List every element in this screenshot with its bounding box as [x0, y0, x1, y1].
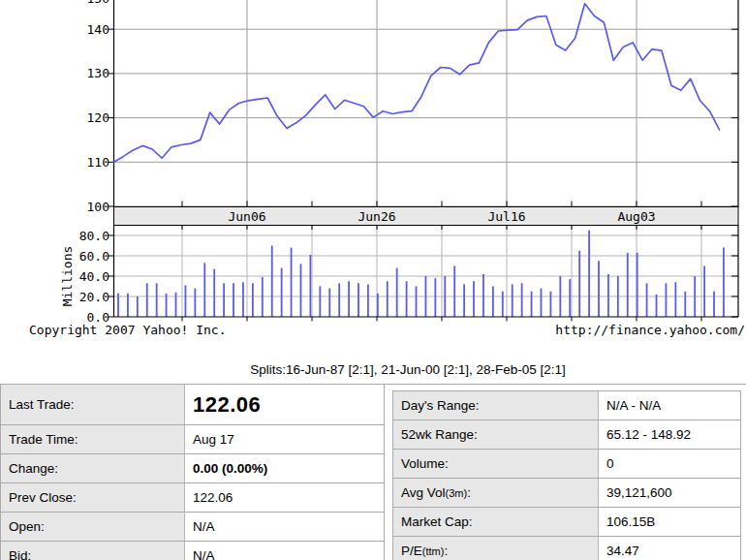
quote-row: P/E (ttm):34.47	[393, 537, 740, 560]
splits-note: Splits:16-Jun-87 [2:1], 21-Jun-00 [2:1],…	[35, 362, 746, 377]
quote-value: 34.47	[599, 537, 740, 560]
quote-label-text: Bid:	[9, 548, 31, 560]
stock-chart: 1001101201301401500.020.040.060.080.0Mil…	[0, 0, 746, 341]
quote-value: N/A	[185, 542, 384, 560]
quote-value: 0	[599, 450, 740, 478]
date-label: Aug03	[617, 209, 655, 224]
quote-label-text: Open:	[9, 519, 45, 534]
quote-row: Day's Range:N/A - N/A	[393, 391, 740, 420]
quote-label: Avg Vol (3m):	[393, 479, 599, 507]
quote-row: Volume:0	[393, 450, 740, 479]
volume-axis-label: 60.0	[79, 249, 109, 264]
source-url-text: http://finance.yahoo.com/	[555, 323, 745, 337]
quote-value: 39,121,600	[599, 479, 740, 507]
quote-label-text: P/E	[401, 544, 422, 558]
price-axis-label: 130	[87, 66, 109, 80]
quote-label: Trade Time:	[1, 425, 185, 453]
volume-unit-label: Millions	[60, 246, 75, 307]
date-label: Jun06	[228, 209, 265, 224]
quote-label-text: Last Trade:	[9, 397, 75, 412]
quote-label-text: Day's Range:	[401, 398, 480, 413]
quote-row: Market Cap:106.15B	[393, 508, 740, 537]
volume-axis-label: 20.0	[79, 290, 109, 304]
volume-axis-label: 40.0	[79, 269, 109, 284]
quote-label-small: (3m)	[446, 487, 468, 499]
quote-label: Day's Range:	[393, 391, 599, 420]
quote-row: Prev Close:122.06	[1, 483, 384, 513]
quote-value: N/A - N/A	[599, 391, 740, 420]
quote-label: Prev Close:	[1, 483, 185, 512]
quote-table-right: Day's Range:N/A - N/A52wk Range:65.12 - …	[392, 390, 741, 560]
price-axis-label: 100	[87, 200, 109, 214]
quote-label-small: (ttm)	[422, 545, 445, 557]
quote-label-text: Change:	[9, 461, 58, 476]
quote-label-text: :	[444, 544, 448, 558]
quote-value: N/A	[185, 513, 384, 541]
quote-value: 122.06	[185, 483, 384, 512]
price-axis-label: 120	[87, 110, 109, 125]
quote-label: Open:	[1, 513, 185, 541]
quote-row: Change:0.00 (0.00%)	[1, 454, 384, 483]
quote-label: Market Cap:	[393, 508, 599, 536]
price-axis-label: 140	[87, 22, 109, 37]
quote-label: 52wk Range:	[393, 420, 599, 449]
quote-row: 52wk Range:65.12 - 148.92	[393, 420, 740, 450]
quote-value: 122.06	[185, 385, 384, 424]
quote-row: Last Trade:122.06	[1, 385, 384, 425]
quote-label: Volume:	[393, 450, 599, 478]
price-axis-label: 150	[87, 0, 109, 6]
price-axis-label: 110	[87, 155, 109, 170]
quote-label-text: 52wk Range:	[401, 427, 478, 442]
volume-axis-label: 80.0	[79, 229, 109, 243]
quote-label-text: :	[467, 485, 471, 500]
yahoo-finance-chart-page: 1001101201301401500.020.040.060.080.0Mil…	[0, 0, 746, 560]
quote-label: Bid:	[1, 542, 185, 560]
quote-label: Change:	[1, 454, 185, 482]
date-label: Jul16	[487, 209, 525, 224]
quote-value: Aug 17	[185, 425, 384, 453]
quote-table-left: Last Trade:122.06Trade Time:Aug 17Change…	[0, 384, 385, 560]
quote-label-text: Prev Close:	[9, 490, 77, 505]
quote-label: Last Trade:	[1, 385, 185, 424]
quote-label-text: Trade Time:	[9, 432, 78, 447]
quote-label: P/E (ttm):	[393, 537, 599, 560]
date-label: Jun26	[357, 209, 395, 224]
quote-row: Trade Time:Aug 17	[1, 425, 384, 454]
quote-label-text: Volume:	[401, 456, 449, 471]
quote-value: 106.15B	[599, 508, 740, 536]
quote-row: Avg Vol (3m):39,121,600	[393, 479, 740, 508]
quote-row: Open:N/A	[1, 513, 384, 542]
copyright-text: Copyright 2007 Yahoo! Inc.	[29, 323, 227, 337]
price-line	[114, 4, 720, 163]
quote-label-text: Avg Vol	[401, 485, 446, 500]
quote-value: 65.12 - 148.92	[599, 420, 740, 449]
quote-label-text: Market Cap:	[401, 514, 473, 529]
quote-value: 0.00 (0.00%)	[185, 454, 384, 482]
quote-row: Bid:N/A	[1, 542, 384, 560]
